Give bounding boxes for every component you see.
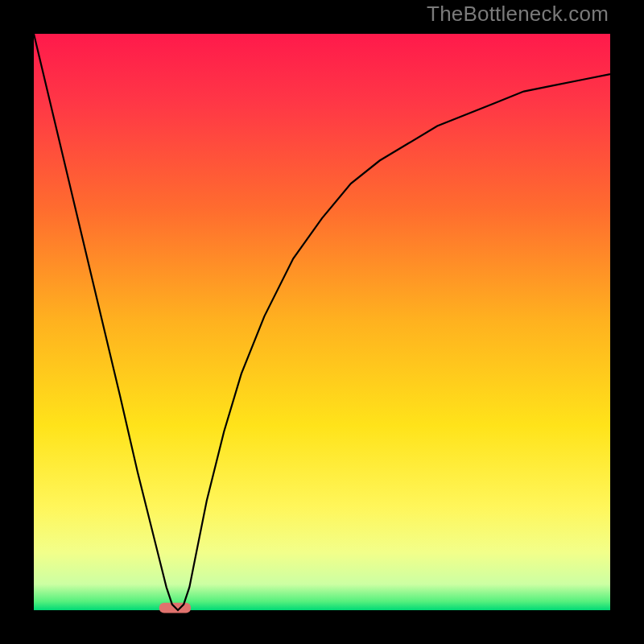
- chart-container: TheBottleneck.com: [0, 0, 644, 644]
- bottleneck-chart: [0, 0, 644, 644]
- plot-background: [34, 34, 610, 610]
- watermark-text: TheBottleneck.com: [427, 2, 609, 27]
